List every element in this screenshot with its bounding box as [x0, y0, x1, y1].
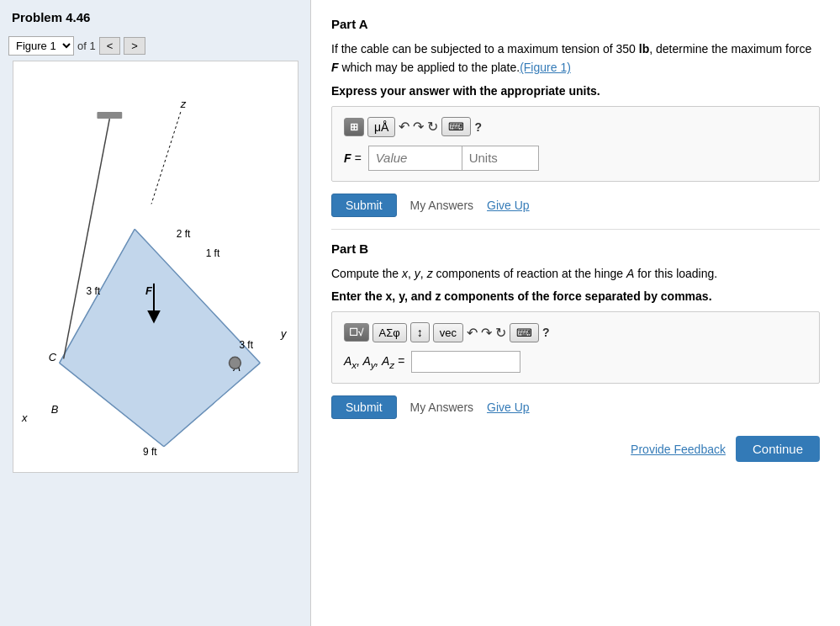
keyboard-btn-b[interactable]: ⌨ [510, 323, 539, 342]
undo-btn-a[interactable]: ↶ [399, 119, 409, 135]
svg-text:3 ft: 3 ft [86, 285, 100, 297]
part-b-label: Part B [331, 241, 820, 256]
my-answers-b[interactable]: My Answers [410, 401, 473, 414]
give-up-b[interactable]: Give Up [487, 401, 530, 414]
part-b-description: Compute the x, y, z components of reacti… [331, 264, 820, 283]
mu-btn[interactable]: μÅ [367, 117, 395, 137]
part-b-input-row: Ax, Ay, Az = lb [344, 351, 807, 373]
part-a-instruction: Express your answer with the appropriate… [331, 84, 820, 98]
refresh-btn-b[interactable]: ↻ [495, 325, 506, 341]
units-input-a[interactable] [462, 146, 538, 170]
part-a-description: If the cable can be subjected to a maxim… [331, 40, 820, 77]
part-b-answer-box: ☐√ ΑΣφ ↕ vec ↶ ↷ ↻ ⌨ ? Ax, Ay, Az = lb [331, 311, 820, 384]
part-b-instruction: Enter the x, y, and z components of the … [331, 289, 820, 303]
sigma-btn[interactable]: ΑΣφ [372, 323, 407, 342]
part-a-label: Part A [331, 17, 820, 31]
figure-select[interactable]: Figure 1 [8, 36, 74, 56]
part-a-input-label: F = [344, 151, 362, 165]
toolbar-b: ☐√ ΑΣφ ↕ vec ↶ ↷ ↻ ⌨ ? [344, 322, 807, 342]
svg-point-17 [229, 357, 240, 369]
svg-text:2 ft: 2 ft [176, 228, 190, 240]
my-answers-a[interactable]: My Answers [410, 199, 473, 212]
part-a-answer-box: ⊞ μÅ ↶ ↷ ↻ ⌨ ? F = [331, 106, 820, 182]
give-up-a[interactable]: Give Up [487, 199, 530, 212]
refresh-btn-a[interactable]: ↻ [427, 119, 438, 135]
redo-btn-a[interactable]: ↷ [413, 119, 424, 135]
next-figure-btn[interactable]: > [124, 37, 145, 55]
sqrt-btn[interactable]: ☐√ [344, 323, 369, 342]
matrix-icon-btn[interactable]: ⊞ [344, 118, 364, 136]
figure-controls: Figure 1 of 1 < > [0, 31, 310, 61]
submit-btn-b[interactable]: Submit [331, 395, 397, 419]
svg-text:B: B [50, 403, 58, 416]
svg-text:C: C [48, 351, 56, 363]
help-btn-b[interactable]: ? [542, 326, 550, 339]
svg-text:1 ft: 1 ft [205, 247, 219, 259]
svg-text:3 ft: 3 ft [239, 339, 253, 351]
figure-link-a[interactable]: (Figure 1) [520, 61, 571, 74]
redo-btn-b[interactable]: ↷ [481, 325, 492, 341]
figure-svg: z y x C B A [13, 61, 298, 472]
svg-text:F: F [145, 284, 153, 297]
figure-area: Figure 1 of 1 < > z y x [0, 31, 310, 626]
problem-title: Problem 4.46 [0, 0, 310, 31]
help-btn-a[interactable]: ? [474, 120, 482, 134]
bottom-actions: Provide Feedback Continue [331, 436, 820, 462]
figure-of-label: of 1 [77, 40, 96, 52]
svg-text:9 ft: 9 ft [143, 446, 157, 458]
svg-text:z: z [179, 98, 186, 110]
left-panel: Problem 4.46 Figure 1 of 1 < > z y x [0, 0, 311, 626]
divider-ab [331, 229, 820, 230]
part-a-action-row: Submit My Answers Give Up [331, 194, 820, 217]
undo-btn-b[interactable]: ↶ [467, 325, 478, 341]
submit-btn-a[interactable]: Submit [331, 194, 397, 217]
provide-feedback-link[interactable]: Provide Feedback [631, 443, 726, 456]
prev-figure-btn[interactable]: < [99, 37, 121, 55]
toolbar-a: ⊞ μÅ ↶ ↷ ↻ ⌨ ? [344, 117, 807, 137]
vec-btn[interactable]: vec [433, 323, 463, 342]
figure-image: z y x C B A [13, 61, 298, 473]
updown-btn[interactable]: ↕ [410, 322, 430, 342]
svg-rect-13 [97, 112, 122, 119]
right-panel: Part A If the cable can be subjected to … [311, 0, 840, 626]
part-b-action-row: Submit My Answers Give Up [331, 395, 820, 419]
continue-btn[interactable]: Continue [736, 436, 820, 462]
value-input-a[interactable] [369, 146, 462, 170]
part-a-input-row: F = [344, 146, 807, 171]
part-b-input-label: Ax, Ay, Az = [344, 354, 404, 370]
answer-input-b[interactable] [411, 351, 520, 373]
svg-text:x: x [20, 411, 27, 424]
keyboard-btn-a[interactable]: ⌨ [441, 117, 471, 136]
